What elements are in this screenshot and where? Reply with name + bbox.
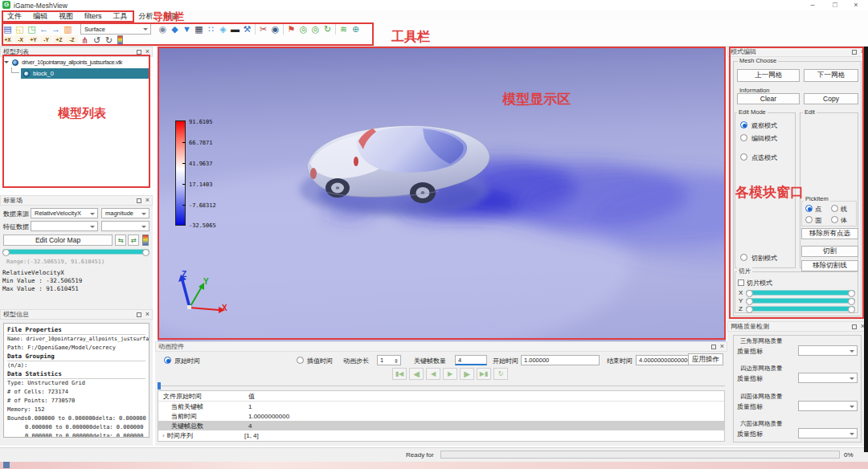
minimize-button[interactable]: –: [804, 0, 821, 10]
spinner-arrows-icon[interactable]: [392, 357, 399, 365]
delete-icon[interactable]: ▥: [62, 23, 74, 35]
dock-float-icon[interactable]: [137, 312, 141, 317]
seek-track[interactable]: [158, 385, 725, 386]
rotate-cw-90-icon[interactable]: ↻: [103, 35, 115, 46]
menu-edit[interactable]: 编辑: [27, 10, 53, 22]
view-plus-z-button[interactable]: +Z: [53, 35, 65, 46]
cut-mode-radio[interactable]: [740, 254, 747, 261]
points-icon[interactable]: ∷: [205, 23, 217, 35]
colorbar-toggle-icon[interactable]: [117, 35, 123, 45]
skip-end-button[interactable]: ▶▮: [477, 368, 491, 380]
clip-icon[interactable]: ✂: [257, 23, 269, 35]
dock-close-icon[interactable]: ×: [145, 197, 149, 204]
tri-metric-combo[interactable]: [798, 345, 858, 356]
clear-button[interactable]: Clear: [737, 93, 800, 104]
view-plus-x-button[interactable]: +X: [2, 35, 14, 46]
dock-float-icon[interactable]: [711, 345, 716, 349]
representation-combo[interactable]: Surface: [80, 23, 151, 35]
apply-button[interactable]: 应用操作: [688, 353, 723, 365]
scalar-range-slider[interactable]: [2, 249, 149, 255]
prev-mesh-button[interactable]: 上一网格: [737, 69, 800, 82]
table-row-expandable[interactable]: › 时间序列 [1, 4]: [158, 430, 724, 440]
pick-mode-radio[interactable]: [740, 153, 747, 161]
close-button[interactable]: ×: [847, 0, 865, 10]
menu-filters[interactable]: filters: [79, 10, 108, 22]
save-icon[interactable]: ▤: [2, 23, 14, 35]
anim-step-spinner[interactable]: 1: [377, 355, 401, 365]
interp-time-radio[interactable]: [297, 357, 304, 364]
component-combo[interactable]: magnitude: [101, 208, 149, 218]
refresh-icon[interactable]: ↻: [321, 23, 334, 35]
dock-float-icon[interactable]: [137, 50, 141, 55]
observe-mode-radio[interactable]: [740, 121, 747, 128]
maximize-button[interactable]: □: [826, 0, 844, 10]
dock-float-icon[interactable]: [852, 50, 857, 55]
next-keyframe-button[interactable]: ▶: [460, 368, 474, 380]
remove-picks-button[interactable]: 移除所有点选: [801, 228, 858, 239]
tree-item-block0[interactable]: block_0: [21, 68, 150, 79]
export-icon[interactable]: ◳: [26, 23, 38, 35]
pick-volume-radio[interactable]: [831, 216, 838, 223]
original-time-radio[interactable]: [164, 357, 171, 364]
import-icon[interactable]: ◱: [14, 23, 26, 35]
cone-icon[interactable]: ◆: [169, 23, 181, 35]
pick-face-radio[interactable]: [805, 216, 813, 223]
menu-view[interactable]: 视图: [53, 10, 79, 22]
axe-icon[interactable]: ⚒: [241, 23, 253, 35]
colormap-preview-icon[interactable]: [142, 234, 149, 246]
hex-metric-combo[interactable]: [798, 428, 858, 438]
pick-line-radio[interactable]: [831, 205, 838, 212]
rescale-range-icon[interactable]: ⇆: [115, 234, 126, 246]
flatten-icon[interactable]: ▼: [181, 23, 193, 35]
view-plus-y-button[interactable]: +Y: [27, 35, 39, 46]
loop-button[interactable]: ↻: [493, 368, 508, 380]
dock-close-icon[interactable]: ×: [145, 311, 149, 318]
flag-icon[interactable]: ⚑: [285, 23, 297, 35]
slice-x-slider[interactable]: [746, 290, 855, 296]
slice-mode-checkbox[interactable]: [738, 279, 744, 286]
keyboard-icon[interactable]: ▬: [229, 23, 241, 35]
globe-icon[interactable]: ⊕: [350, 23, 362, 35]
cut-button[interactable]: 切割: [801, 246, 858, 257]
dock-float-icon[interactable]: [852, 324, 857, 329]
quad-metric-combo[interactable]: [798, 373, 858, 383]
view-minus-x-button[interactable]: -X: [14, 35, 27, 46]
pick-point-radio[interactable]: [805, 205, 813, 212]
copy-button[interactable]: Copy: [804, 93, 858, 104]
feature-data-combo[interactable]: [31, 221, 98, 231]
slice-y-slider[interactable]: [746, 298, 855, 304]
dock-close-icon[interactable]: ×: [720, 343, 724, 350]
data-source-combo[interactable]: RelativeVelocityX: [31, 208, 98, 218]
rescale-custom-icon[interactable]: ⇄: [128, 234, 139, 246]
remove-cutline-button[interactable]: 移除切割线: [801, 260, 858, 271]
visibility-eye-icon[interactable]: [23, 71, 30, 77]
slice-z-slider[interactable]: [746, 306, 855, 312]
view-minus-y-button[interactable]: -Y: [40, 35, 52, 46]
tree-item-root[interactable]: driver_10pointarray_allpoints_justsurfac…: [0, 57, 153, 67]
next-mesh-button[interactable]: 下一网格: [804, 69, 858, 82]
table-row[interactable]: 当前时间 1.0000000000: [158, 411, 724, 421]
expand-caret-icon[interactable]: ›: [158, 432, 165, 439]
redo-icon[interactable]: →: [50, 23, 62, 35]
rotate-ccw-90-icon[interactable]: ↺: [91, 35, 103, 46]
record-icon[interactable]: ◎: [297, 23, 309, 35]
view-eye-icon[interactable]: ◉: [269, 23, 281, 35]
wireframe-icon[interactable]: ◈: [217, 23, 229, 35]
play-backward-button[interactable]: ◀: [426, 368, 440, 380]
menu-file[interactable]: 文件: [2, 10, 27, 22]
dock-close-icon[interactable]: ×: [145, 48, 149, 55]
record-alt-icon[interactable]: ◎: [309, 23, 321, 35]
undo-icon[interactable]: ←: [38, 23, 50, 35]
menu-tools[interactable]: 工具: [108, 10, 133, 22]
prev-keyframe-button[interactable]: ◀: [409, 368, 424, 380]
tree-expander-icon[interactable]: [4, 61, 9, 66]
table-row-selected[interactable]: 关键帧总数 4: [158, 421, 724, 430]
mesh-cube-icon[interactable]: ▦: [193, 23, 205, 35]
keyframe-count-input[interactable]: 4: [455, 355, 487, 365]
seek-handle[interactable]: [158, 382, 161, 389]
edit-colormap-button[interactable]: Edit Color Map: [3, 234, 113, 246]
visibility-eye-icon[interactable]: [12, 59, 18, 66]
tet-metric-combo[interactable]: [798, 401, 858, 411]
axes-triad-icon[interactable]: ⋔: [79, 35, 91, 46]
dock-float-icon[interactable]: [137, 198, 141, 203]
